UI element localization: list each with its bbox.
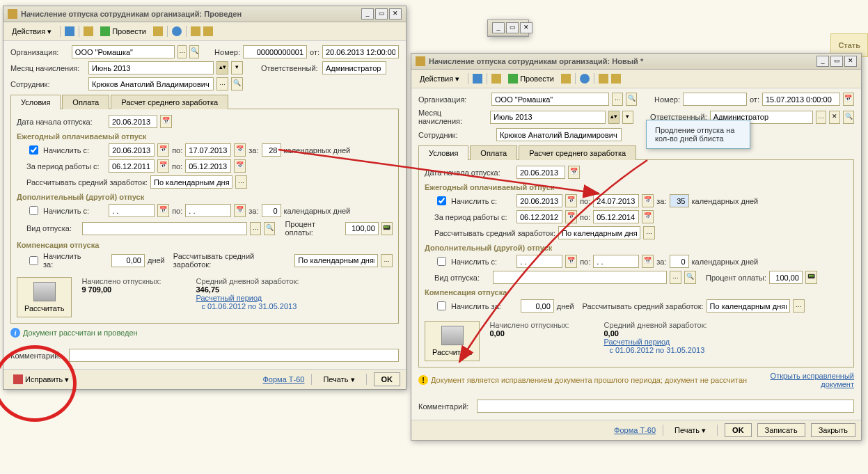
from-date[interactable] [762, 93, 840, 106]
comment-input[interactable] [69, 349, 399, 362]
days-input-2[interactable] [262, 204, 281, 217]
tab-payment[interactable]: Оплата [470, 145, 517, 160]
tool-icon[interactable] [65, 26, 74, 36]
date-to-2[interactable] [185, 204, 231, 217]
num-input[interactable] [243, 45, 307, 58]
lookup-button[interactable]: … [670, 271, 681, 284]
restore-button[interactable]: ▭ [830, 56, 843, 67]
calendar-button[interactable]: 📅 [160, 115, 172, 128]
num-input[interactable] [683, 93, 747, 106]
days-input[interactable] [670, 194, 689, 207]
from-date[interactable] [322, 45, 399, 58]
calc-period-link[interactable]: Расчетный период [196, 294, 299, 302]
actions-menu[interactable]: Действия ▾ [8, 25, 56, 38]
post-button[interactable]: Провести [96, 24, 150, 38]
emp-input[interactable] [88, 77, 214, 90]
fix-button[interactable]: Исправить ▾ [9, 372, 73, 386]
calendar-button[interactable]: 📅 [565, 255, 577, 268]
tab-conditions[interactable]: Условия [10, 95, 61, 109]
lookup-button[interactable]: … [381, 254, 393, 267]
tool-icon[interactable] [153, 26, 163, 36]
avg-select[interactable] [558, 226, 640, 239]
close-button[interactable]: ✕ [520, 22, 532, 33]
help-icon[interactable] [580, 74, 590, 84]
comp-avg-input[interactable] [294, 254, 378, 267]
lookup-button[interactable]: … [250, 222, 261, 235]
type-input[interactable] [82, 222, 247, 235]
org-input[interactable] [72, 45, 175, 58]
calendar-button[interactable]: 📅 [234, 204, 246, 217]
period-from[interactable] [516, 210, 562, 223]
pct-input[interactable] [345, 222, 379, 235]
org-input[interactable] [491, 93, 609, 106]
calendar-button[interactable]: 📅 [565, 194, 577, 207]
post-button[interactable]: Провести [504, 72, 558, 86]
date-from-2[interactable] [516, 255, 562, 268]
calc-button[interactable]: 📟 [381, 222, 393, 235]
tool-icon[interactable] [599, 74, 608, 84]
lookup-button[interactable]: … [612, 93, 623, 106]
print-button[interactable]: Печать ▾ [670, 424, 710, 437]
date-from[interactable] [109, 143, 155, 157]
lookup-button[interactable]: … [235, 175, 247, 189]
date-from[interactable] [516, 194, 562, 207]
form-t60-link[interactable]: Форма Т-60 [614, 426, 656, 434]
tool-icon[interactable] [191, 26, 200, 36]
tab-payment[interactable]: Оплата [62, 95, 109, 109]
month-input[interactable] [490, 111, 606, 124]
comment-input[interactable] [477, 400, 854, 413]
open-corrected-link[interactable]: Открыть исправленный документ [757, 372, 854, 388]
period-from[interactable] [109, 159, 155, 173]
date-to[interactable] [185, 143, 231, 157]
restore-button[interactable]: ▭ [375, 8, 388, 19]
calendar-button[interactable]: 📅 [843, 93, 854, 106]
tool-icon[interactable] [84, 26, 93, 36]
calendar-button[interactable]: 📅 [642, 194, 654, 207]
period-to[interactable] [185, 159, 231, 173]
period-to[interactable] [593, 210, 639, 223]
ok-button[interactable]: OK [725, 423, 752, 437]
tool-icon[interactable] [203, 26, 213, 36]
lookup-button[interactable]: … [793, 299, 805, 313]
resp-input[interactable] [322, 61, 386, 74]
lookup-button[interactable]: … [643, 226, 655, 239]
accrue-checkbox[interactable] [29, 145, 38, 155]
tool-icon[interactable] [611, 74, 621, 84]
form-t60-link[interactable]: Форма Т-60 [263, 375, 305, 384]
calendar-button[interactable]: 📅 [157, 159, 169, 173]
comp-val[interactable] [521, 299, 554, 313]
emp-input[interactable] [496, 128, 622, 141]
date-from-2[interactable] [109, 204, 155, 217]
type-input[interactable] [493, 271, 667, 284]
comp-checkbox[interactable] [437, 301, 446, 310]
spinner-button[interactable]: ▴▾ [608, 111, 620, 124]
accrue2-checkbox[interactable] [29, 206, 38, 215]
pct-input[interactable] [769, 271, 803, 284]
comp-val[interactable] [111, 254, 145, 267]
lookup-button[interactable]: … [177, 45, 187, 58]
lookup-button[interactable]: … [216, 77, 228, 90]
calculate-button[interactable]: Рассчитать [425, 321, 480, 361]
dropdown-button[interactable]: ▾ [622, 111, 633, 124]
calendar-button[interactable]: 📅 [157, 204, 169, 217]
tool-icon[interactable] [561, 74, 571, 84]
calendar-button[interactable]: 📅 [642, 210, 654, 223]
search-button[interactable]: 🔍 [231, 77, 243, 90]
tab-average[interactable]: Расчет среднего заработка [519, 145, 636, 160]
search-button[interactable]: 🔍 [843, 111, 854, 124]
titlebar[interactable]: Начисление отпуска сотрудникам организац… [411, 54, 861, 70]
tool-icon[interactable] [473, 74, 482, 84]
accrue-checkbox[interactable] [437, 196, 446, 205]
restore-button[interactable]: ▭ [506, 22, 519, 33]
calculate-button[interactable]: Рассчитать [17, 277, 72, 317]
calc-period-link[interactable]: Расчетный период [603, 338, 707, 346]
tab-conditions[interactable]: Условия [418, 145, 468, 160]
close-button[interactable]: ✕ [389, 8, 402, 19]
comp-avg-input[interactable] [707, 299, 790, 313]
search-button[interactable]: 🔍 [626, 93, 637, 106]
calendar-button[interactable]: 📅 [157, 143, 169, 157]
ok-button[interactable]: OK [374, 372, 401, 386]
dropdown-button[interactable]: ▾ [231, 61, 243, 74]
calendar-button[interactable]: 📅 [568, 166, 580, 179]
minimize-button[interactable]: _ [361, 8, 374, 19]
